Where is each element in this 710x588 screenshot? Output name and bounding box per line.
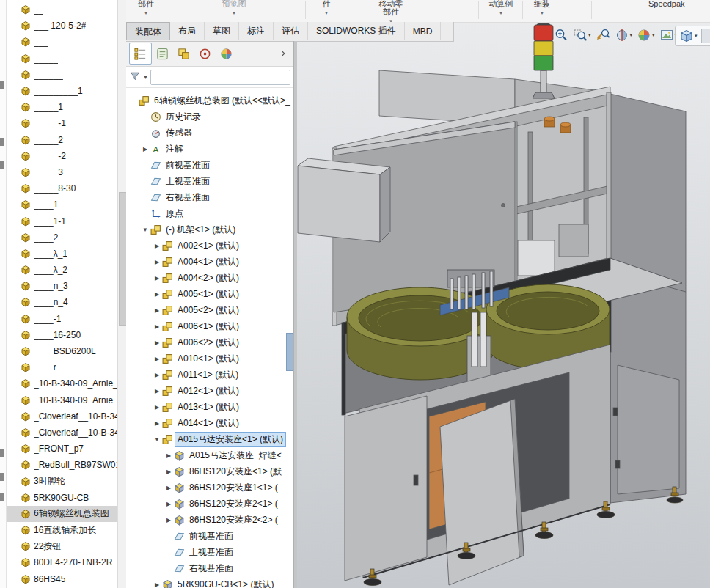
file-list-item[interactable]: ____1 <box>7 196 117 213</box>
collapsed-arrow-icon[interactable]: ▶ <box>164 452 173 459</box>
collapsed-arrow-icon[interactable]: ▶ <box>153 307 161 314</box>
collapsed-arrow-icon[interactable]: ▶ <box>164 501 173 507</box>
file-list-item[interactable]: ____λ_1 <box>7 246 117 262</box>
collapsed-arrow-icon[interactable]: ▶ <box>153 339 161 346</box>
file-list-item[interactable]: ____-1 <box>7 311 117 327</box>
ribbon-group-button[interactable]: 预览图▼ <box>219 0 249 16</box>
cabinet-left-door[interactable] <box>345 396 427 581</box>
ribbon-group-button[interactable]: Speedpak <box>648 0 685 8</box>
feature-tree-item[interactable]: ▶A004<2> (默认) <box>126 270 293 286</box>
file-list-item[interactable]: ______ <box>7 67 117 83</box>
file-list-item[interactable]: _RedBull_RB97SW01 <box>7 457 117 473</box>
feature-tree-item[interactable]: ▶86HS120安装座2<2> ( <box>126 512 293 528</box>
file-list-item[interactable]: 22按钮 <box>7 538 117 554</box>
filter-input[interactable] <box>150 70 290 85</box>
feature-tree-item[interactable]: ▶A011<1> (默认) <box>126 367 293 383</box>
file-list-item[interactable]: ____λ_2 <box>7 262 117 278</box>
file-list-item[interactable]: ____16-250 <box>7 327 117 343</box>
zoom-to-area-icon[interactable]: ▾ <box>571 26 593 44</box>
feature-tree-item[interactable]: ▶A006<1> (默认) <box>126 318 293 334</box>
expanded-arrow-icon[interactable]: ▼ <box>141 227 150 233</box>
file-list-item[interactable]: _____3 <box>7 164 117 180</box>
feature-tree-item[interactable]: 历史记录 <box>126 109 293 125</box>
previous-view-icon[interactable] <box>593 26 612 44</box>
file-list-item[interactable]: ____n_4 <box>7 294 117 310</box>
file-list-item[interactable]: ___ 120-5-2# <box>7 18 117 34</box>
panel-expand-chevron-icon[interactable] <box>277 46 289 61</box>
left-control-box[interactable] <box>298 158 390 242</box>
filter-funnel-icon[interactable] <box>129 70 142 84</box>
file-list-item[interactable]: ___ <box>7 34 117 50</box>
featuremanager-tree-tab[interactable] <box>129 43 152 65</box>
feature-tree-item[interactable]: 上视基准面 <box>126 544 293 560</box>
collapsed-arrow-icon[interactable]: ▶ <box>153 275 161 282</box>
feature-tree-item[interactable]: 上视基准面 <box>126 173 293 189</box>
ribbon-group-button[interactable]: 部件▼ <box>131 0 161 16</box>
viewport-3d[interactable]: ▾▾▾▾ ▾ <box>296 22 710 588</box>
collapsed-arrow-icon[interactable]: ▶ <box>153 259 161 265</box>
collapsed-arrow-icon[interactable]: ▶ <box>153 323 161 330</box>
command-tab[interactable]: 布局 <box>170 22 205 40</box>
file-list-item[interactable]: _________1 <box>7 83 117 99</box>
filter-caret-icon[interactable]: ▼ <box>143 75 148 80</box>
file-list-item[interactable]: ____BSD6200L <box>7 343 117 359</box>
file-list-item[interactable]: _____ <box>7 51 117 67</box>
feature-tree-item[interactable]: ▶A014<1> (默认) <box>126 415 293 431</box>
collapsed-arrow-icon[interactable]: ▶ <box>153 404 161 411</box>
feature-tree-item[interactable]: ▶A004<1> (默认) <box>126 254 293 270</box>
feature-tree-item[interactable]: ▶A013<1> (默认) <box>126 399 293 415</box>
feature-tree-item[interactable]: ▼A015马达安装座<1> (默认) <box>126 431 293 447</box>
collapsed-arrow-icon[interactable]: ▶ <box>141 146 150 152</box>
side-panel-right[interactable] <box>610 94 686 503</box>
file-list-item[interactable]: _Cloverleaf__10-B-34 <box>7 408 117 425</box>
feature-tree-item[interactable]: ▶86HS120安装座2<1> ( <box>126 496 293 512</box>
configurationmanager-tab[interactable] <box>173 43 194 64</box>
feature-tree-scrollbar[interactable] <box>286 333 293 371</box>
ribbon-group-button[interactable]: 件▼ <box>311 0 342 16</box>
feature-tree-item[interactable]: ▶A015马达安装座_焊缝< <box>126 447 293 463</box>
feature-tree-item[interactable]: ▶5RK90GU-CB<1> (默认) <box>126 576 293 588</box>
file-list-item[interactable]: 5RK90GU-CB <box>7 490 117 506</box>
feature-tree-item[interactable]: 右视基准面 <box>126 560 293 576</box>
feature-tree-item[interactable]: ▶A006<2> (默认) <box>126 334 293 350</box>
command-tab[interactable]: 评估 <box>274 22 308 40</box>
collapsed-arrow-icon[interactable]: ▶ <box>153 356 161 362</box>
collapsed-arrow-icon[interactable]: ▶ <box>164 517 173 523</box>
collapsed-arrow-icon[interactable]: ▶ <box>164 485 173 491</box>
expanded-arrow-icon[interactable]: ▼ <box>153 436 161 443</box>
displaymanager-tab[interactable] <box>216 43 237 64</box>
feature-tree-item[interactable]: 6轴锁螺丝机总装图 (默认<<默认>_ <box>126 92 293 109</box>
file-list-item[interactable]: ____1-1 <box>7 213 117 229</box>
file-list-item[interactable]: 6轴锁螺丝机总装图 <box>7 506 117 522</box>
command-tab[interactable]: 装配体 <box>126 22 170 40</box>
view-orientation-icon[interactable]: ▾ <box>677 27 700 45</box>
ribbon-group-button[interactable]: 细装▼ <box>527 0 557 16</box>
file-list-item[interactable]: _10-B-340-09_Arnie_ <box>7 375 117 392</box>
command-tab[interactable]: 标注 <box>239 22 274 40</box>
feature-tree-item[interactable]: 前视基准面 <box>126 157 293 173</box>
file-list-item[interactable]: 86HS45 <box>7 571 117 587</box>
feature-tree-item[interactable]: 原点 <box>126 205 293 221</box>
feature-tree-item[interactable]: ▶A010<1> (默认) <box>126 350 293 367</box>
file-list-item[interactable]: _____1 <box>7 99 117 115</box>
file-list-item[interactable]: _____2 <box>7 132 117 148</box>
feature-tree-item[interactable]: 前视基准面 <box>126 528 293 544</box>
feature-tree-item[interactable]: ▶A005<1> (默认) <box>126 286 293 302</box>
collapsed-arrow-icon[interactable]: ▶ <box>153 388 161 394</box>
file-list-item[interactable]: _____8-30 <box>7 180 117 196</box>
cabinet-right-door[interactable] <box>440 399 524 585</box>
file-list-item[interactable]: 3时脚轮 <box>7 473 117 489</box>
section-view-icon[interactable]: ▾ <box>612 26 635 44</box>
dimxpertmanager-tab[interactable] <box>194 43 216 64</box>
command-tab[interactable]: 草图 <box>205 22 239 40</box>
collapsed-arrow-icon[interactable]: ▶ <box>153 291 161 298</box>
edit-appearance-icon[interactable]: ▾ <box>634 26 657 44</box>
file-list-item[interactable]: 80DF4-270-TNB-2R <box>7 554 117 570</box>
file-list-item[interactable]: ____n_3 <box>7 278 117 294</box>
file-list-item[interactable]: _Cloverleaf__10-B-34 <box>7 425 117 441</box>
collapsed-arrow-icon[interactable]: ▶ <box>153 420 161 427</box>
clipped-toolbar-icon[interactable] <box>701 29 710 43</box>
feature-tree-item[interactable]: ▶A注解 <box>126 141 293 157</box>
collapsed-arrow-icon[interactable]: ▶ <box>164 468 173 475</box>
command-tab[interactable]: SOLIDWORKS 插件 <box>308 22 405 40</box>
